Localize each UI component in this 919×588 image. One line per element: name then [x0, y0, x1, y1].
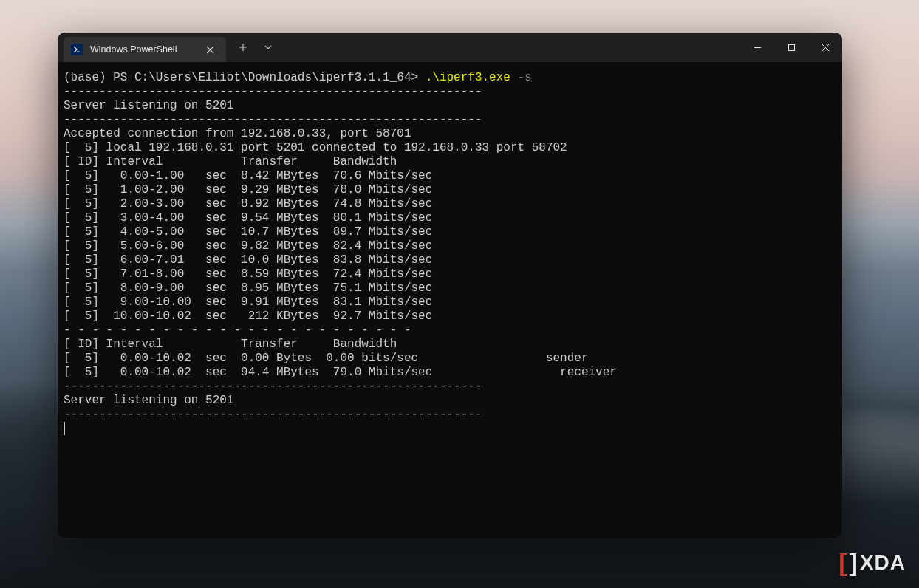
output-line: [ 5] 7.01-8.00 sec 8.59 MBytes 72.4 Mbit… — [64, 267, 432, 281]
output-line: [ 5] 9.00-10.00 sec 9.91 MBytes 83.1 Mbi… — [64, 295, 432, 309]
terminal-window: Windows PowerShell — [58, 33, 842, 538]
output-line: ----------------------------------------… — [64, 408, 482, 421]
prompt-command: .\iperf3.exe — [426, 71, 510, 84]
output-line: [ 5] 0.00-10.02 sec 94.4 MBytes 79.0 Mbi… — [64, 366, 617, 379]
output-line: Server listening on 5201 — [64, 394, 233, 407]
tab-dropdown-button[interactable] — [256, 33, 281, 62]
output-line: [ ID] Interval Transfer Bandwidth — [64, 155, 397, 168]
terminal-cursor — [64, 422, 65, 435]
minimize-button[interactable] — [740, 33, 774, 62]
svg-rect-0 — [788, 44, 794, 50]
output-line: [ 5] 3.00-4.00 sec 9.54 MBytes 80.1 Mbit… — [64, 211, 432, 225]
tab-title: Windows PowerShell — [90, 44, 177, 55]
output-line: [ 5] 4.00-5.00 sec 10.7 MBytes 89.7 Mbit… — [64, 225, 432, 239]
output-line: Server listening on 5201 — [64, 99, 233, 112]
desktop-wallpaper: Windows PowerShell — [0, 0, 919, 588]
close-window-button[interactable] — [808, 33, 842, 62]
output-line: [ 5] 10.00-10.02 sec 212 KBytes 92.7 Mbi… — [64, 310, 432, 323]
window-controls — [740, 33, 842, 62]
bracket-icon: [ — [838, 552, 847, 572]
output-line: - - - - - - - - - - - - - - - - - - - - … — [64, 324, 411, 337]
output-line: ----------------------------------------… — [64, 85, 482, 98]
prompt-prefix: (base) PS C:\Users\Elliot\Downloads\iper… — [64, 71, 426, 84]
output-line: [ 5] 2.00-3.00 sec 8.92 MBytes 74.8 Mbit… — [64, 197, 432, 211]
output-line: Accepted connection from 192.168.0.33, p… — [64, 127, 411, 140]
output-line: [ 5] 8.00-9.00 sec 8.95 MBytes 75.1 Mbit… — [64, 281, 432, 295]
powershell-icon — [71, 44, 83, 55]
terminal-body[interactable]: (base) PS C:\Users\Elliot\Downloads\iper… — [58, 62, 842, 538]
output-line: [ 5] 1.00-2.00 sec 9.29 MBytes 78.0 Mbit… — [64, 183, 432, 196]
output-line: [ 5] local 192.168.0.31 port 5201 connec… — [64, 141, 567, 154]
output-line: [ ID] Interval Transfer Bandwidth — [64, 338, 397, 351]
new-tab-button[interactable] — [230, 33, 256, 62]
xda-watermark: [] XDA — [838, 551, 906, 575]
output-line: [ 5] 0.00-10.02 sec 0.00 Bytes 0.00 bits… — [64, 352, 589, 365]
bracket-icon: ] — [850, 552, 858, 572]
output-line: [ 5] 0.00-1.00 sec 8.42 MBytes 70.6 Mbit… — [64, 169, 432, 182]
tab-powershell[interactable]: Windows PowerShell — [64, 37, 226, 62]
output-line: [ 5] 6.00-7.01 sec 10.0 MBytes 83.8 Mbit… — [64, 253, 432, 267]
output-line: ----------------------------------------… — [64, 380, 482, 393]
output-line: ----------------------------------------… — [64, 113, 482, 126]
titlebar[interactable]: Windows PowerShell — [58, 33, 842, 62]
output-line: [ 5] 5.00-6.00 sec 9.82 MBytes 82.4 Mbit… — [64, 239, 432, 253]
maximize-button[interactable] — [774, 33, 808, 62]
tab-close-button[interactable] — [201, 41, 219, 58]
watermark-text: XDA — [860, 551, 906, 575]
prompt-argument: -s — [510, 71, 532, 84]
